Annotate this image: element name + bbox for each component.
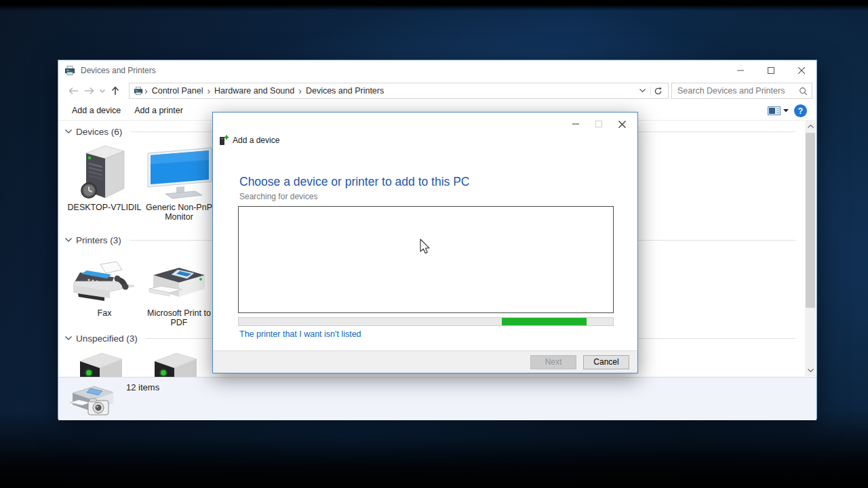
printer-label: Fax (64, 308, 145, 318)
recent-pages-chevron-icon[interactable] (98, 83, 107, 99)
help-button[interactable]: ? (794, 104, 807, 117)
search-box[interactable] (671, 83, 812, 99)
dialog-heading: Choose a device or printer to add to thi… (239, 175, 470, 189)
maximize-button[interactable] (755, 60, 786, 81)
breadcrumb[interactable]: › Control Panel › Hardware and Sound › D… (129, 83, 669, 99)
breadcrumb-separator-icon: › (143, 86, 149, 96)
forward-icon[interactable] (81, 83, 98, 99)
change-view-button[interactable] (768, 106, 789, 115)
minimize-button[interactable] (725, 60, 755, 81)
items-count: 12 items (126, 382, 159, 392)
dialog-minimize-button[interactable] (564, 115, 587, 133)
vertical-scrollbar[interactable] (805, 120, 816, 376)
desktop-wallpaper: Devices and Printers (0, 0, 868, 488)
address-bar: › Control Panel › Hardware and Sound › D… (58, 81, 816, 101)
dialog-title: Add a device (233, 136, 279, 145)
device-tile-desktop[interactable]: DESKTOP-V7LIDIL (64, 141, 145, 212)
add-device-button[interactable]: Add a device (65, 103, 127, 118)
dialog-close-button[interactable] (610, 115, 633, 133)
view-caret-icon (783, 109, 789, 113)
next-button: Next (530, 355, 576, 369)
monitor-icon (138, 141, 220, 201)
scroll-thumb[interactable] (806, 133, 815, 308)
printer-tile-fax[interactable]: Fax (64, 256, 145, 318)
status-bar: 12 items (58, 377, 816, 420)
printer-tile-pdf[interactable]: Microsoft Print to PDF (138, 256, 220, 327)
window-title: Devices and Printers (81, 66, 156, 75)
section-label: Unspecified (3) (76, 333, 138, 344)
search-input[interactable] (676, 85, 799, 96)
address-dropdown-chevron-icon[interactable] (636, 89, 649, 93)
close-button[interactable] (786, 60, 816, 81)
dialog-maximize-button (587, 115, 610, 133)
section-label: Printers (3) (76, 235, 121, 245)
fax-icon (64, 256, 145, 306)
breadcrumb-devices-and-printers[interactable]: Devices and Printers (303, 86, 387, 96)
refresh-icon[interactable] (650, 87, 665, 96)
printer-icon (138, 256, 220, 306)
section-collapse-chevron-icon (65, 238, 72, 242)
section-collapse-chevron-icon (65, 336, 72, 340)
progress-marquee-segment (502, 318, 587, 325)
computer-tower-icon (64, 141, 145, 201)
device-label: Generic Non-PnP Monitor (138, 203, 220, 222)
section-label: Devices (6) (76, 127, 122, 137)
scroll-up-icon[interactable] (805, 121, 816, 131)
devices-collection-icon (70, 382, 115, 422)
device-label: DESKTOP-V7LIDIL (64, 203, 145, 212)
cancel-button[interactable]: Cancel (583, 355, 629, 369)
breadcrumb-hardware-and-sound[interactable]: Hardware and Sound (212, 86, 297, 96)
explorer-titlebar[interactable]: Devices and Printers (58, 60, 816, 81)
add-printer-button[interactable]: Add a printer (127, 103, 190, 118)
device-tile-monitor[interactable]: Generic Non-PnP Monitor (138, 141, 220, 222)
printer-label: Microsoft Print to PDF (138, 308, 220, 327)
scroll-down-icon[interactable] (805, 365, 816, 375)
search-icon[interactable] (799, 87, 808, 96)
back-icon[interactable] (65, 83, 81, 99)
search-progress-bar (238, 317, 614, 326)
unspecified-device-icon[interactable] (153, 350, 198, 377)
unspecified-device-icon[interactable] (79, 350, 123, 377)
up-icon[interactable] (107, 83, 123, 99)
dialog-footer: Next Cancel (213, 350, 637, 373)
searching-status-text: Searching for devices (239, 192, 317, 201)
printer-not-listed-link[interactable]: The printer that I want isn't listed (239, 329, 361, 339)
breadcrumb-separator-icon: › (297, 86, 303, 96)
add-device-icon (218, 135, 229, 146)
devices-printers-app-icon (64, 65, 75, 76)
device-results-listbox[interactable] (238, 206, 614, 313)
breadcrumb-separator-icon: › (205, 86, 212, 96)
section-collapse-chevron-icon (65, 129, 72, 134)
add-device-dialog: Add a device Choose a device or printer … (212, 112, 638, 373)
breadcrumb-control-panel[interactable]: Control Panel (149, 86, 206, 96)
breadcrumb-location-icon (134, 86, 143, 96)
